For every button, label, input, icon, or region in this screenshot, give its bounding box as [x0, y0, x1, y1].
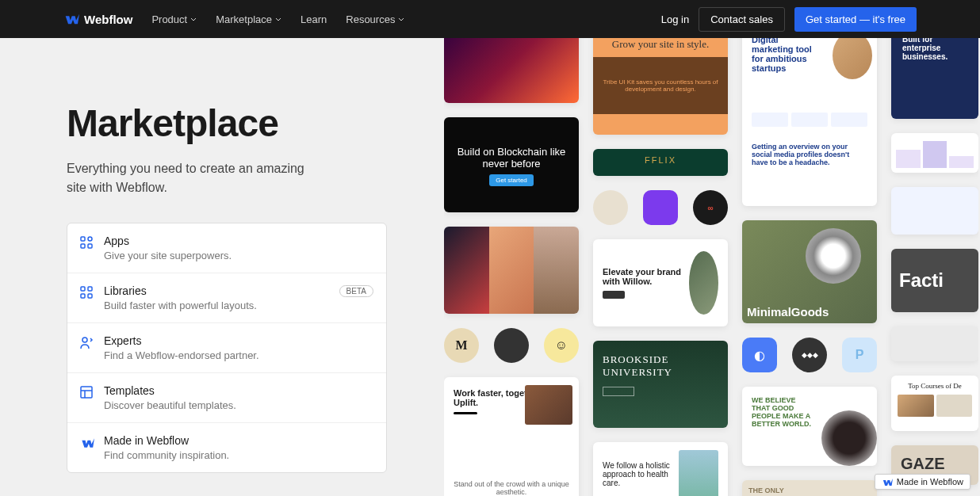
- tile-triple-img[interactable]: [444, 227, 579, 314]
- navbar: Webflow Product Marketplace Learn Resour…: [0, 0, 980, 38]
- svg-point-3: [88, 237, 92, 241]
- page-subtitle: Everything you need to create an amazing…: [67, 159, 304, 197]
- card-desc: Give your site superpowers.: [104, 250, 373, 261]
- made-in-webflow-badge[interactable]: Made in Webflow: [875, 474, 970, 490]
- tile-generic[interactable]: [891, 187, 978, 235]
- tile-gradient[interactable]: [444, 38, 579, 103]
- tile-uplift[interactable]: Work faster, together with Uplift. Stand…: [444, 377, 579, 496]
- svg-rect-9: [81, 387, 92, 398]
- icon-row: ◐ ◆◆◆ P: [742, 338, 877, 372]
- get-started-button[interactable]: Get started — it's free: [794, 7, 917, 32]
- tile-only[interactable]: THE ONLY: [742, 480, 877, 496]
- card-title: Made in Webflow: [104, 434, 189, 447]
- tile-courses[interactable]: Top Courses of De: [891, 376, 978, 431]
- gallery-col-4: Built for enterprise businesses. Facti T…: [891, 38, 978, 496]
- svg-rect-4: [81, 287, 85, 291]
- contact-sales-button[interactable]: Contact sales: [699, 7, 785, 32]
- webflow-icon: [882, 479, 893, 486]
- webflow-logo-icon: [63, 13, 79, 25]
- gallery-col-2: Grow your site in style. Tribe UI Kit sa…: [593, 38, 728, 496]
- tile-fflix[interactable]: FFLIX: [593, 149, 728, 176]
- tile-believe[interactable]: WE BELIEVE THAT GOOD PEOPLE MAKE A BETTE…: [742, 387, 877, 466]
- card-title: Experts: [104, 334, 141, 347]
- main: Marketplace Everything you need to creat…: [0, 38, 980, 496]
- login-link[interactable]: Log in: [661, 13, 689, 25]
- logo[interactable]: Webflow: [63, 13, 132, 26]
- templates-icon: [80, 386, 94, 400]
- tile-minimalgoods[interactable]: MinimalGoods: [742, 220, 877, 323]
- nav-marketplace[interactable]: Marketplace: [216, 13, 281, 25]
- svg-rect-2: [88, 244, 92, 248]
- gallery-col-1: Build on Blockchain like never before Ge…: [444, 38, 579, 496]
- nav-product[interactable]: Product: [151, 13, 197, 25]
- app-icon[interactable]: [643, 190, 678, 225]
- brand-name: Webflow: [84, 13, 132, 26]
- nav-right: Log in Contact sales Get started — it's …: [661, 7, 917, 32]
- tile-willow[interactable]: Elevate your brand with Willow.: [593, 239, 728, 326]
- app-icon[interactable]: P: [842, 338, 877, 372]
- avatar[interactable]: [593, 190, 628, 225]
- avatar-row: ∞: [593, 190, 728, 225]
- beta-badge: BETA: [339, 285, 373, 297]
- left-column: Marketplace Everything you need to creat…: [0, 38, 412, 496]
- webflow-icon: [80, 436, 94, 450]
- svg-rect-1: [81, 244, 85, 248]
- svg-rect-0: [81, 237, 85, 241]
- tile-brookside[interactable]: BROOKSIDE UNIVERSITY: [593, 341, 728, 428]
- card-apps[interactable]: Apps Give your site superpowers.: [67, 223, 386, 273]
- cta-button: Get started: [489, 174, 534, 186]
- chevron-down-icon: [275, 17, 281, 21]
- card-title: Libraries: [104, 284, 147, 297]
- card-made-in-webflow[interactable]: Made in Webflow Find community inspirati…: [67, 423, 386, 472]
- chevron-down-icon: [398, 17, 404, 21]
- page-title: Marketplace: [67, 101, 396, 145]
- apps-icon: [80, 236, 94, 250]
- tile-chart[interactable]: [891, 133, 978, 173]
- tile-grow[interactable]: Grow your site in style. Tribe UI Kit sa…: [593, 38, 728, 135]
- card-title: Templates: [104, 384, 155, 397]
- svg-rect-7: [88, 294, 92, 298]
- svg-rect-5: [88, 287, 92, 291]
- avatar-smiley-icon[interactable]: ☺: [544, 328, 579, 363]
- app-icon[interactable]: ∞: [693, 190, 728, 225]
- card-experts[interactable]: Experts Find a Webflow-endorsed partner.: [67, 323, 386, 373]
- avatar-row: M ☺: [444, 328, 579, 363]
- tile-blockchain[interactable]: Build on Blockchain like never before Ge…: [444, 117, 579, 212]
- gauge-icon[interactable]: ◐: [742, 338, 777, 372]
- card-desc: Find a Webflow-endorsed partner.: [104, 349, 373, 361]
- avatar[interactable]: M: [444, 328, 479, 363]
- tile-factions[interactable]: Facti: [891, 249, 978, 312]
- tile-health[interactable]: We follow a holistic approach to health …: [593, 442, 728, 496]
- nav-left: Webflow Product Marketplace Learn Resour…: [63, 13, 404, 26]
- category-list: Apps Give your site superpowers. Librari…: [67, 223, 387, 473]
- experts-icon: [80, 336, 94, 350]
- nav-learn[interactable]: Learn: [301, 13, 327, 25]
- tile-marketing[interactable]: Digital marketing tool for ambitious sta…: [742, 38, 877, 206]
- tile-enterprise[interactable]: Built for enterprise businesses.: [891, 38, 978, 119]
- card-desc: Find community inspiration.: [104, 449, 373, 461]
- nav-resources[interactable]: Resources: [346, 13, 404, 25]
- gallery: Build on Blockchain like never before Ge…: [444, 38, 978, 496]
- libraries-icon: [80, 286, 94, 300]
- gallery-col-3: Digital marketing tool for ambitious sta…: [742, 38, 877, 496]
- dots-icon[interactable]: ◆◆◆: [792, 338, 827, 372]
- chevron-down-icon: [190, 17, 197, 21]
- avatar[interactable]: [494, 328, 529, 363]
- card-title: Apps: [104, 235, 129, 247]
- card-templates[interactable]: Templates Discover beautiful templates.: [67, 373, 386, 423]
- card-libraries[interactable]: Libraries BETA Build faster with powerfu…: [67, 273, 386, 323]
- card-desc: Discover beautiful templates.: [104, 399, 373, 411]
- tile-video[interactable]: [891, 326, 978, 361]
- card-desc: Build faster with powerful layouts.: [104, 300, 373, 311]
- svg-point-8: [82, 338, 87, 342]
- svg-rect-6: [81, 294, 85, 298]
